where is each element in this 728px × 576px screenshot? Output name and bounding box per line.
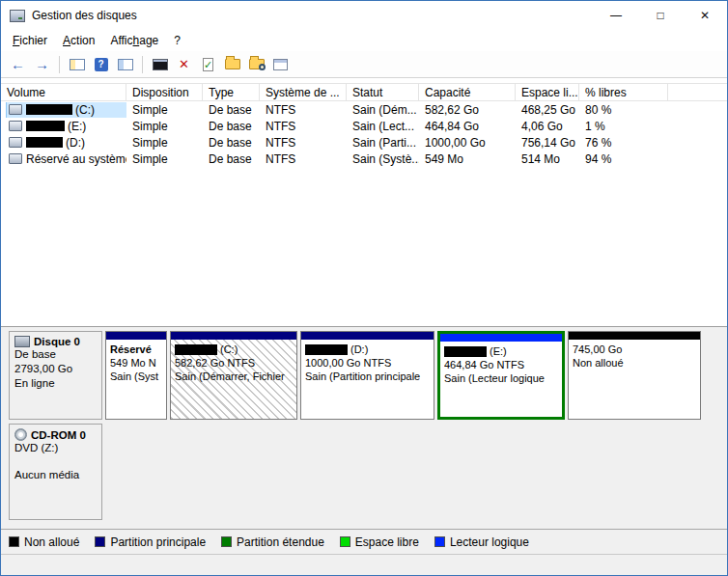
cell-freespace: 514 Mo — [516, 152, 579, 166]
table-row-e[interactable]: (E:) Simple De base NTFS Sain (Lect... 4… — [1, 118, 727, 134]
app-disk-icon — [10, 10, 25, 22]
cell-freespace: 4,06 Go — [516, 120, 579, 133]
status-strip — [1, 554, 727, 575]
volume-icon — [9, 153, 22, 164]
partition-status: Sain (Lecteur logique — [444, 371, 558, 385]
cell-disposition: Simple — [126, 152, 203, 166]
command-console-icon[interactable] — [149, 53, 171, 75]
column-header-pctfree[interactable]: % libres — [579, 84, 668, 100]
disk0-info-panel[interactable]: Disque 0 De base 2793,00 Go En ligne — [9, 331, 102, 420]
redacted-label — [26, 104, 72, 115]
menu-help[interactable]: ? — [166, 32, 188, 49]
partition-title: (D:) — [350, 343, 368, 356]
show-action-pane-icon[interactable] — [114, 53, 136, 75]
partition-block-c[interactable]: (C:) 582,62 Go NTFS Sain (Démarrer, Fich… — [170, 331, 297, 420]
explore-folder-icon[interactable] — [245, 53, 267, 75]
menu-fichier[interactable]: Fichier — [5, 32, 55, 49]
partition-block-e[interactable]: (E:) 464,84 Go NTFS Sain (Lecteur logiqu… — [437, 331, 565, 420]
redacted-label — [305, 344, 348, 355]
cdrom-info-panel[interactable]: CD-ROM 0 DVD (Z:) Aucun média — [9, 424, 102, 520]
legend-unallocated: Non alloué — [9, 535, 79, 549]
cell-type: De base — [203, 152, 260, 166]
column-header-filesystem[interactable]: Système de ... — [260, 84, 347, 100]
redacted-label — [444, 346, 487, 357]
menu-affichage[interactable]: Affichage — [102, 32, 166, 49]
partition-status: Sain (Partition principale — [305, 370, 430, 383]
column-header-type[interactable]: Type — [203, 84, 260, 100]
table-header: Volume Disposition Type Système de ... S… — [1, 83, 727, 101]
show-console-tree-icon[interactable] — [66, 53, 88, 75]
redacted-label — [175, 344, 217, 355]
cell-pctfree: 1 % — [579, 120, 668, 133]
view-list-icon[interactable] — [269, 53, 292, 75]
partition-block-unallocated[interactable]: 745,00 Go Non alloué — [568, 331, 701, 420]
disk-size: 2793,00 Go — [14, 362, 97, 376]
cell-filesystem: NTFS — [260, 120, 347, 133]
disk-name: Disque 0 — [34, 336, 80, 347]
cell-status: Sain (Systè... — [347, 152, 419, 166]
cell-freespace: 468,25 Go — [516, 103, 579, 117]
column-header-capacity[interactable]: Capacité — [419, 84, 516, 100]
redacted-label — [26, 121, 65, 131]
back-icon[interactable]: ← — [7, 53, 29, 75]
cell-pctfree: 80 % — [579, 103, 668, 117]
toolbar-separator — [142, 56, 143, 73]
legend-logical-drive: Lecteur logique — [434, 535, 529, 549]
cell-filesystem: NTFS — [260, 152, 347, 166]
disk-status: En ligne — [14, 376, 97, 391]
minimize-button[interactable]: — — [594, 1, 638, 30]
partition-status: Sain (Démarrer, Fichier — [175, 370, 293, 383]
toolbar-separator — [59, 56, 60, 73]
partition-title: Réservé — [110, 343, 162, 356]
open-folder-icon[interactable] — [221, 53, 243, 75]
table-row-c[interactable]: (C:) Simple De base NTFS Sain (Dém... 58… — [1, 101, 727, 118]
partition-type-stripe — [569, 332, 700, 340]
table-row-d[interactable]: (D:) Simple De base NTFS Sain (Parti... … — [1, 134, 727, 151]
partition-status: Sain (Syst — [110, 370, 162, 383]
partition-title: (E:) — [490, 344, 507, 358]
cell-disposition: Simple — [126, 136, 203, 150]
partition-type-stripe — [106, 332, 166, 340]
partition-title: 745,00 Go — [573, 343, 696, 356]
maximize-button[interactable]: □ — [638, 1, 683, 30]
legend-label: Partition étendue — [237, 535, 324, 549]
cdrom-status: Aucun média — [14, 468, 97, 482]
title-bar[interactable]: Gestion des disques — □ ✕ — [1, 1, 727, 30]
volume-list-pane: Volume Disposition Type Système de ... S… — [1, 78, 727, 326]
cell-capacity: 549 Mo — [419, 152, 516, 166]
menu-action[interactable]: Action — [55, 32, 102, 49]
disk0-row: Disque 0 De base 2793,00 Go En ligne Rés… — [9, 331, 719, 420]
legend-swatch — [434, 536, 445, 547]
partition-block-d[interactable]: (D:) 1000,00 Go NTFS Sain (Partition pri… — [300, 331, 434, 420]
partition-size: 1000,00 Go NTFS — [305, 356, 430, 370]
partition-size: 549 Mo N — [110, 356, 162, 370]
cell-capacity: 582,62 Go — [419, 103, 516, 117]
cell-filesystem: NTFS — [260, 103, 347, 117]
cell-type: De base — [203, 103, 260, 117]
volume-name: (D:) — [66, 136, 85, 150]
legend-free-space: Espace libre — [340, 535, 419, 549]
disk-management-window: Gestion des disques — □ ✕ Fichier Action… — [0, 0, 728, 576]
mark-partition-icon[interactable]: ✓ — [197, 53, 219, 75]
volume-name: (E:) — [68, 120, 86, 133]
legend-primary-partition: Partition principale — [95, 535, 206, 549]
close-button[interactable]: ✕ — [683, 1, 727, 30]
cell-pctfree: 94 % — [579, 152, 668, 166]
partition-block-reserved[interactable]: Réservé 549 Mo N Sain (Syst — [105, 331, 167, 420]
legend-extended-partition: Partition étendue — [221, 535, 324, 549]
hdd-icon — [14, 336, 30, 347]
cell-disposition: Simple — [126, 120, 203, 133]
column-header-status[interactable]: Statut — [347, 84, 419, 100]
cell-disposition: Simple — [126, 103, 203, 117]
window-title: Gestion des disques — [32, 9, 137, 22]
forward-icon[interactable]: → — [31, 53, 53, 75]
column-header-freespace[interactable]: Espace li... — [516, 84, 579, 100]
table-row-system-reserved[interactable]: Réservé au système Simple De base NTFS S… — [1, 151, 727, 167]
delete-volume-icon[interactable]: ✕ — [173, 53, 195, 75]
partition-type-stripe — [440, 334, 562, 342]
column-header-disposition[interactable]: Disposition — [126, 84, 203, 100]
volume-name: (C:) — [75, 103, 95, 117]
column-header-volume[interactable]: Volume — [1, 84, 126, 100]
legend-swatch — [340, 536, 350, 547]
help-icon[interactable]: ? — [90, 53, 112, 75]
